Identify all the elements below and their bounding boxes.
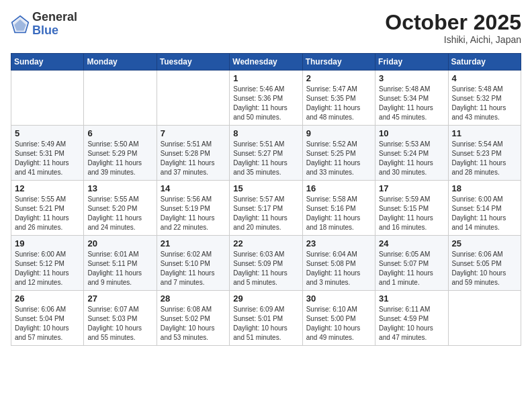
calendar-cell: 5Sunrise: 5:49 AM Sunset: 5:31 PM Daylig… [11,126,84,181]
day-detail: Sunrise: 5:55 AM Sunset: 5:20 PM Dayligh… [87,195,152,232]
calendar-cell: 3Sunrise: 5:48 AM Sunset: 5:34 PM Daylig… [375,71,448,126]
logo-text: General Blue [32,11,77,38]
day-number: 17 [379,183,444,193]
calendar-week-row: 12Sunrise: 5:55 AM Sunset: 5:21 PM Dayli… [11,181,521,236]
calendar-cell: 22Sunrise: 6:03 AM Sunset: 5:09 PM Dayli… [230,236,302,291]
calendar-cell [157,71,229,126]
title-block: October 2025 Ishiki, Aichi, Japan [385,11,521,45]
day-detail: Sunrise: 5:47 AM Sunset: 5:35 PM Dayligh… [306,85,371,122]
day-detail: Sunrise: 5:49 AM Sunset: 5:31 PM Dayligh… [15,140,80,177]
calendar-cell: 7Sunrise: 5:51 AM Sunset: 5:28 PM Daylig… [157,126,229,181]
day-detail: Sunrise: 6:09 AM Sunset: 5:01 PM Dayligh… [233,305,298,342]
calendar-cell: 6Sunrise: 5:50 AM Sunset: 5:29 PM Daylig… [84,126,157,181]
calendar-cell: 27Sunrise: 6:07 AM Sunset: 5:03 PM Dayli… [84,291,157,346]
day-detail: Sunrise: 5:50 AM Sunset: 5:29 PM Dayligh… [87,140,152,177]
day-detail: Sunrise: 5:54 AM Sunset: 5:23 PM Dayligh… [452,140,517,177]
day-number: 30 [306,293,371,304]
day-number: 29 [233,293,298,304]
calendar-header-wednesday: Wednesday [230,54,302,71]
calendar-header-tuesday: Tuesday [157,54,229,71]
day-number: 18 [452,183,517,193]
day-number: 23 [306,238,371,248]
calendar-cell: 25Sunrise: 6:06 AM Sunset: 5:05 PM Dayli… [448,236,521,291]
calendar-cell: 4Sunrise: 5:48 AM Sunset: 5:32 PM Daylig… [448,71,521,126]
logo-general: General [32,10,77,24]
day-detail: Sunrise: 5:56 AM Sunset: 5:19 PM Dayligh… [161,195,226,232]
logo-blue: Blue [32,24,58,37]
day-detail: Sunrise: 5:51 AM Sunset: 5:28 PM Dayligh… [161,140,226,177]
day-number: 25 [452,238,517,248]
day-detail: Sunrise: 6:05 AM Sunset: 5:07 PM Dayligh… [379,250,444,287]
calendar-cell: 12Sunrise: 5:55 AM Sunset: 5:21 PM Dayli… [11,181,84,236]
day-detail: Sunrise: 5:55 AM Sunset: 5:21 PM Dayligh… [15,195,80,232]
day-number: 1 [233,73,298,83]
calendar-cell: 20Sunrise: 6:01 AM Sunset: 5:11 PM Dayli… [84,236,157,291]
day-detail: Sunrise: 5:51 AM Sunset: 5:27 PM Dayligh… [233,140,298,177]
month-title: October 2025 [385,11,521,34]
day-detail: Sunrise: 5:48 AM Sunset: 5:34 PM Dayligh… [379,85,444,122]
day-detail: Sunrise: 6:03 AM Sunset: 5:09 PM Dayligh… [233,250,298,287]
day-number: 8 [233,128,298,138]
calendar-cell: 31Sunrise: 6:11 AM Sunset: 4:59 PM Dayli… [375,291,448,346]
day-number: 24 [379,238,444,248]
calendar-cell: 8Sunrise: 5:51 AM Sunset: 5:27 PM Daylig… [230,126,302,181]
calendar-header-row: SundayMondayTuesdayWednesdayThursdayFrid… [11,54,521,71]
day-number: 22 [233,238,298,248]
calendar-week-row: 19Sunrise: 6:00 AM Sunset: 5:12 PM Dayli… [11,236,521,291]
day-number: 27 [87,293,152,304]
day-number: 26 [15,293,80,304]
page-header: General Blue October 2025 Ishiki, Aichi,… [11,11,521,45]
day-detail: Sunrise: 5:53 AM Sunset: 5:24 PM Dayligh… [379,140,444,177]
day-detail: Sunrise: 6:01 AM Sunset: 5:11 PM Dayligh… [87,250,152,287]
day-number: 15 [233,183,298,193]
day-number: 21 [161,238,226,248]
day-detail: Sunrise: 5:46 AM Sunset: 5:36 PM Dayligh… [233,85,298,122]
day-number: 28 [161,293,226,304]
day-number: 31 [379,293,444,304]
calendar-cell: 11Sunrise: 5:54 AM Sunset: 5:23 PM Dayli… [448,126,521,181]
calendar-cell: 29Sunrise: 6:09 AM Sunset: 5:01 PM Dayli… [230,291,302,346]
day-detail: Sunrise: 6:10 AM Sunset: 5:00 PM Dayligh… [306,305,371,342]
calendar-week-row: 26Sunrise: 6:06 AM Sunset: 5:04 PM Dayli… [11,291,521,346]
calendar-cell [448,291,521,346]
calendar-week-row: 1Sunrise: 5:46 AM Sunset: 5:36 PM Daylig… [11,71,521,126]
logo-icon [11,15,30,34]
calendar-cell: 16Sunrise: 5:58 AM Sunset: 5:16 PM Dayli… [302,181,375,236]
day-number: 4 [452,73,517,83]
day-detail: Sunrise: 6:11 AM Sunset: 4:59 PM Dayligh… [379,305,444,342]
day-number: 3 [379,73,444,83]
day-detail: Sunrise: 6:00 AM Sunset: 5:12 PM Dayligh… [15,250,80,287]
day-detail: Sunrise: 6:06 AM Sunset: 5:04 PM Dayligh… [15,305,80,342]
calendar-cell: 13Sunrise: 5:55 AM Sunset: 5:20 PM Dayli… [84,181,157,236]
calendar-header-thursday: Thursday [302,54,375,71]
day-detail: Sunrise: 6:06 AM Sunset: 5:05 PM Dayligh… [452,250,517,287]
calendar-cell: 18Sunrise: 6:00 AM Sunset: 5:14 PM Dayli… [448,181,521,236]
calendar-header-sunday: Sunday [11,54,84,71]
day-detail: Sunrise: 5:57 AM Sunset: 5:17 PM Dayligh… [233,195,298,232]
calendar-cell [84,71,157,126]
calendar-cell: 1Sunrise: 5:46 AM Sunset: 5:36 PM Daylig… [230,71,302,126]
calendar-header-saturday: Saturday [448,54,521,71]
calendar-cell: 24Sunrise: 6:05 AM Sunset: 5:07 PM Dayli… [375,236,448,291]
calendar-cell: 17Sunrise: 5:59 AM Sunset: 5:15 PM Dayli… [375,181,448,236]
day-detail: Sunrise: 6:08 AM Sunset: 5:02 PM Dayligh… [161,305,226,342]
day-number: 11 [452,128,517,138]
day-detail: Sunrise: 5:59 AM Sunset: 5:15 PM Dayligh… [379,195,444,232]
calendar-header-monday: Monday [84,54,157,71]
calendar-table: SundayMondayTuesdayWednesdayThursdayFrid… [11,53,521,346]
calendar-cell: 30Sunrise: 6:10 AM Sunset: 5:00 PM Dayli… [302,291,375,346]
calendar-cell: 26Sunrise: 6:06 AM Sunset: 5:04 PM Dayli… [11,291,84,346]
day-number: 6 [87,128,152,138]
calendar-cell: 19Sunrise: 6:00 AM Sunset: 5:12 PM Dayli… [11,236,84,291]
day-number: 14 [161,183,226,193]
calendar-cell: 2Sunrise: 5:47 AM Sunset: 5:35 PM Daylig… [302,71,375,126]
calendar-cell: 28Sunrise: 6:08 AM Sunset: 5:02 PM Dayli… [157,291,229,346]
location: Ishiki, Aichi, Japan [385,34,521,45]
day-number: 13 [87,183,152,193]
day-detail: Sunrise: 6:02 AM Sunset: 5:10 PM Dayligh… [161,250,226,287]
day-number: 20 [87,238,152,248]
day-number: 19 [15,238,80,248]
day-detail: Sunrise: 5:52 AM Sunset: 5:25 PM Dayligh… [306,140,371,177]
day-detail: Sunrise: 5:58 AM Sunset: 5:16 PM Dayligh… [306,195,371,232]
calendar-cell: 14Sunrise: 5:56 AM Sunset: 5:19 PM Dayli… [157,181,229,236]
